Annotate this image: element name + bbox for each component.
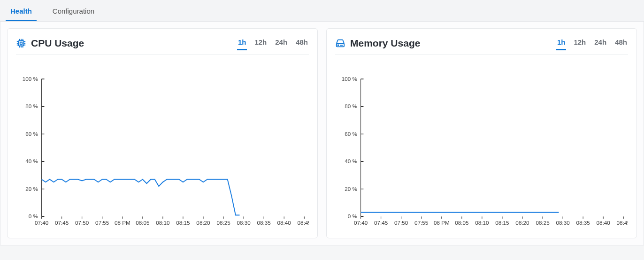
svg-text:0 %: 0 % (348, 213, 357, 219)
svg-text:08:45: 08:45 (298, 220, 309, 226)
cpu-usage-card: CPU Usage 1h12h24h48h 0 %20 %40 %60 %80 … (7, 28, 318, 238)
svg-text:07:40: 07:40 (35, 220, 49, 226)
svg-text:100 %: 100 % (23, 76, 38, 82)
range-12h[interactable]: 12h (253, 36, 268, 50)
svg-rect-0 (19, 41, 24, 46)
svg-text:08:30: 08:30 (556, 220, 570, 226)
memory-usage-card: Memory Usage 1h12h24h48h 0 %20 %40 %60 %… (326, 28, 637, 238)
tabbar: Health Configuration (0, 0, 644, 22)
svg-text:08:25: 08:25 (536, 220, 550, 226)
svg-text:07:55: 07:55 (95, 220, 109, 226)
memory-title-text: Memory Usage (350, 38, 420, 49)
svg-text:08:15: 08:15 (176, 220, 190, 226)
svg-text:08 PM: 08 PM (434, 220, 450, 226)
svg-text:08:10: 08:10 (156, 220, 170, 226)
range-24h[interactable]: 24h (593, 36, 607, 50)
svg-text:08:25: 08:25 (216, 220, 230, 226)
svg-text:80 %: 80 % (345, 103, 357, 109)
svg-text:20 %: 20 % (25, 186, 38, 192)
svg-text:07:55: 07:55 (414, 220, 429, 226)
svg-text:80 %: 80 % (25, 103, 38, 109)
range-12h[interactable]: 12h (573, 36, 587, 50)
svg-text:60 %: 60 % (345, 131, 357, 137)
svg-text:08:15: 08:15 (495, 220, 509, 226)
svg-text:40 %: 40 % (345, 158, 357, 164)
card-title: CPU Usage (16, 38, 84, 49)
svg-text:08:30: 08:30 (237, 220, 251, 226)
memory-chart: 0 %20 %40 %60 %80 %100 %07:4007:4507:500… (335, 74, 628, 229)
svg-text:07:45: 07:45 (55, 220, 69, 226)
svg-point-57 (338, 45, 339, 46)
range-group-cpu: 1h12h24h48h (237, 36, 309, 50)
tab-health[interactable]: Health (6, 1, 37, 21)
svg-text:60 %: 60 % (25, 131, 38, 137)
svg-text:08:35: 08:35 (257, 220, 271, 226)
svg-text:08:20: 08:20 (196, 220, 210, 226)
cpu-icon (16, 38, 26, 48)
cpu-chart: 0 %20 %40 %60 %80 %100 %07:4007:4507:500… (16, 74, 309, 229)
svg-text:08:45: 08:45 (617, 220, 628, 226)
range-group-memory: 1h12h24h48h (556, 36, 628, 50)
svg-text:08:40: 08:40 (597, 220, 611, 226)
svg-text:08:35: 08:35 (576, 220, 590, 226)
card-title: Memory Usage (335, 38, 420, 49)
range-24h[interactable]: 24h (274, 36, 288, 50)
svg-text:08:05: 08:05 (136, 220, 150, 226)
svg-rect-1 (20, 42, 23, 45)
svg-text:08:05: 08:05 (455, 220, 469, 226)
svg-text:07:50: 07:50 (394, 220, 408, 226)
svg-text:07:40: 07:40 (354, 220, 368, 226)
svg-text:08:20: 08:20 (515, 220, 529, 226)
svg-text:20 %: 20 % (345, 186, 357, 192)
tab-configuration[interactable]: Configuration (48, 1, 99, 21)
svg-text:0 %: 0 % (29, 213, 38, 219)
range-1h[interactable]: 1h (556, 36, 567, 50)
svg-text:07:50: 07:50 (75, 220, 89, 226)
disk-icon (335, 38, 345, 48)
panel: CPU Usage 1h12h24h48h 0 %20 %40 %60 %80 … (0, 22, 644, 245)
range-48h[interactable]: 48h (614, 36, 628, 50)
svg-text:40 %: 40 % (25, 158, 38, 164)
range-1h[interactable]: 1h (237, 36, 247, 50)
svg-text:100 %: 100 % (342, 76, 357, 82)
range-48h[interactable]: 48h (295, 36, 309, 50)
cpu-title-text: CPU Usage (31, 38, 84, 49)
svg-text:07:45: 07:45 (374, 220, 388, 226)
svg-text:08:40: 08:40 (277, 220, 291, 226)
svg-text:08:10: 08:10 (475, 220, 489, 226)
svg-text:08 PM: 08 PM (115, 220, 130, 226)
